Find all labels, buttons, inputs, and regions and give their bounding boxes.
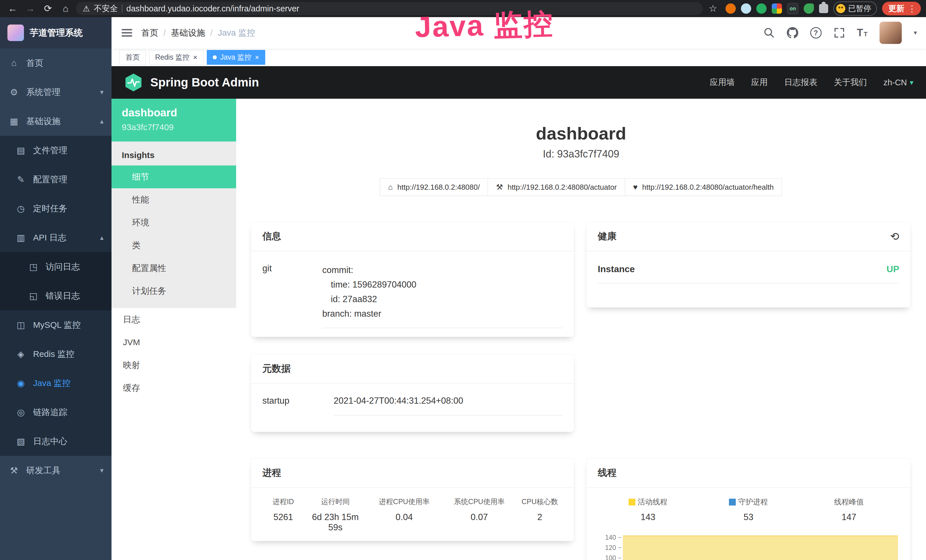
process-cpu-value: 0.04 — [367, 512, 442, 533]
url-bar[interactable]: ⚠ 不安全 dashboard.yudao.iocoder.cn/infra/a… — [76, 2, 703, 15]
extension-icon-drop[interactable] — [741, 3, 751, 14]
reload-icon[interactable]: ⟳ — [41, 0, 55, 17]
sba-brand-title[interactable]: Spring Boot Admin — [150, 76, 259, 89]
profile-paused-badge[interactable]: 已暂停 — [833, 2, 877, 16]
chevron-down-icon: ▾ — [910, 78, 914, 87]
git-info-row: git commit: time: 1596289704000 id: 27aa… — [262, 263, 563, 328]
sba-app-header[interactable]: dashboard 93a3fc7f7409 — [112, 99, 236, 141]
breadcrumb-infrastructure[interactable]: 基础设施 — [171, 27, 205, 39]
info-key: git — [262, 263, 322, 328]
sidebar-item-tracing[interactable]: ◎ 链路追踪 — [0, 398, 112, 427]
sidebar-item-access-log[interactable]: ◳ 访问日志 — [0, 252, 112, 281]
url-text[interactable]: dashboard.yudao.iocoder.cn/infra/admin-s… — [126, 4, 299, 14]
service-url-link[interactable]: ⌂ http://192.168.0.2:48080/ — [380, 178, 488, 196]
fullscreen-icon[interactable] — [834, 27, 845, 38]
browser-home-icon[interactable]: ⌂ — [58, 0, 73, 17]
sidebar-item-system-manage[interactable]: ⚙ 系统管理 ▾ — [0, 77, 112, 107]
app-logo[interactable]: 芋道管理系统 — [0, 17, 112, 48]
logo-image — [8, 24, 24, 41]
column-header: 进程CPU使用率 — [367, 497, 442, 506]
sidebar-item-label: 基础设施 — [26, 115, 61, 127]
kebab-menu-icon[interactable]: ⋮ — [908, 4, 916, 14]
sidebar-item-dev-tools[interactable]: ⚒ 研发工具 ▾ — [0, 456, 112, 485]
tab-home[interactable]: 首页 — [120, 50, 146, 65]
tracing-icon: ◎ — [15, 407, 27, 418]
sba-app-id: 93a3fc7f7409 — [122, 123, 226, 132]
sba-item-caches[interactable]: 缓存 — [112, 377, 236, 400]
close-icon[interactable]: × — [193, 54, 197, 61]
extension-icon-grid[interactable] — [772, 3, 782, 14]
sidebar-item-label: 链路追踪 — [33, 407, 67, 418]
sidebar-item-api-log[interactable]: ▥ API 日志 ▴ — [0, 223, 112, 252]
forward-icon[interactable]: → — [23, 0, 38, 17]
extensions-puzzle-icon[interactable] — [819, 4, 828, 13]
breadcrumb-home[interactable]: 首页 — [141, 27, 158, 39]
actuator-url-link[interactable]: ⚒ http://192.168.0.2:48080/actuator — [488, 178, 625, 196]
y-axis-tick: 140 — [598, 534, 898, 541]
update-button[interactable]: 更新 ⋮ — [882, 2, 921, 15]
tab-redis-monitor[interactable]: Redis 监控 × — [149, 50, 203, 65]
close-icon[interactable]: × — [255, 54, 259, 61]
instance-links: ⌂ http://192.168.0.2:48080/ ⚒ http://192… — [236, 178, 926, 196]
sba-nav-wallboard[interactable]: 应用墙 — [710, 77, 735, 88]
tools-icon: ⚒ — [8, 465, 20, 476]
sba-item-classes[interactable]: 类 — [112, 234, 236, 257]
log-icon: ▥ — [15, 233, 27, 243]
sba-sidebar: dashboard 93a3fc7f7409 Insights 细节 性能 环境… — [112, 99, 236, 560]
font-size-icon[interactable]: T T — [857, 28, 867, 38]
git-branch-line: branch: master — [322, 306, 563, 321]
sba-item-environment[interactable]: 环境 — [112, 211, 236, 234]
process-value-row: 5261 6d 23h 15m 59s 0.04 0.07 2 — [262, 512, 563, 541]
sba-nav-applications[interactable]: 应用 — [751, 77, 768, 88]
sidebar-item-java-monitor[interactable]: ◉ Java 监控 — [0, 369, 112, 398]
sidebar-item-infrastructure[interactable]: ▦ 基础设施 ▴ — [0, 107, 112, 136]
info-card: 信息 git commit: time: 1596289704000 id: 2… — [251, 222, 574, 337]
sidebar-item-mysql-monitor[interactable]: ◫ MySQL 监控 — [0, 310, 112, 339]
health-url-link[interactable]: ♥ http://192.168.0.2:48080/actuator/heal… — [625, 178, 782, 196]
admin-sidebar: 芋道管理系统 ⌂ 首页 ⚙ 系统管理 ▾ ▦ 基础设施 ▴ ▤ 文件管理 ✎ — [0, 17, 112, 560]
update-label: 更新 — [888, 3, 904, 14]
health-instance-row: Instance UP — [598, 264, 899, 283]
threads-chart: 140 120 100 — [598, 534, 898, 560]
sidebar-item-config-manage[interactable]: ✎ 配置管理 — [0, 165, 112, 194]
font-size-big-glyph: T — [857, 28, 863, 38]
sba-nav-journal[interactable]: 日志报表 — [784, 77, 817, 88]
history-icon[interactable]: ⟲ — [890, 230, 899, 243]
sba-item-details[interactable]: 细节 — [112, 165, 236, 188]
sba-item-jvm[interactable]: JVM — [112, 331, 236, 354]
sidebar-item-error-log[interactable]: ◱ 错误日志 — [0, 281, 112, 310]
extension-icon-green[interactable] — [756, 3, 767, 14]
sba-item-loggers[interactable]: 日志 — [112, 308, 236, 331]
sba-nav-about[interactable]: 关于我们 — [834, 77, 867, 88]
locale-label: zh-CN — [884, 78, 907, 87]
sidebar-item-home[interactable]: ⌂ 首页 — [0, 48, 112, 77]
metadata-value: 2021-04-27T00:44:31.254+08:00 — [334, 395, 563, 415]
extension-icon-leaf[interactable] — [803, 3, 814, 14]
hamburger-icon[interactable] — [121, 27, 133, 39]
sidebar-item-scheduled-job[interactable]: ◷ 定时任务 — [0, 194, 112, 223]
github-icon[interactable] — [787, 27, 798, 38]
extension-icon-switch[interactable]: on — [787, 3, 799, 14]
help-icon[interactable]: ? — [810, 27, 822, 38]
sba-item-scheduled-tasks[interactable]: 计划任务 — [112, 280, 236, 303]
security-label[interactable]: 不安全 — [94, 3, 118, 14]
user-avatar[interactable] — [879, 22, 902, 44]
git-time-line: time: 1596289704000 — [322, 277, 563, 292]
back-icon[interactable]: ← — [5, 0, 20, 17]
search-icon[interactable] — [763, 27, 775, 38]
tab-label: 首页 — [126, 53, 140, 62]
page-title: dashboard — [236, 123, 926, 144]
mysql-icon: ◫ — [15, 320, 27, 330]
avatar-caret-icon[interactable]: ▾ — [914, 29, 917, 36]
sidebar-item-file-manage[interactable]: ▤ 文件管理 — [0, 136, 112, 165]
sidebar-item-log-center[interactable]: ▧ 日志中心 — [0, 427, 112, 456]
locale-selector[interactable]: zh-CN ▾ — [884, 78, 914, 87]
tab-java-monitor[interactable]: Java 监控 × — [207, 50, 265, 65]
sba-item-configprops[interactable]: 配置属性 — [112, 257, 236, 280]
sba-item-metrics[interactable]: 性能 — [112, 188, 236, 211]
bookmark-star-icon[interactable]: ☆ — [705, 0, 720, 17]
extension-icon-orange[interactable] — [726, 3, 736, 14]
security-warning-icon[interactable]: ⚠ — [83, 4, 90, 14]
sidebar-item-redis-monitor[interactable]: ◈ Redis 监控 — [0, 339, 112, 369]
sba-item-mappings[interactable]: 映射 — [112, 354, 236, 377]
